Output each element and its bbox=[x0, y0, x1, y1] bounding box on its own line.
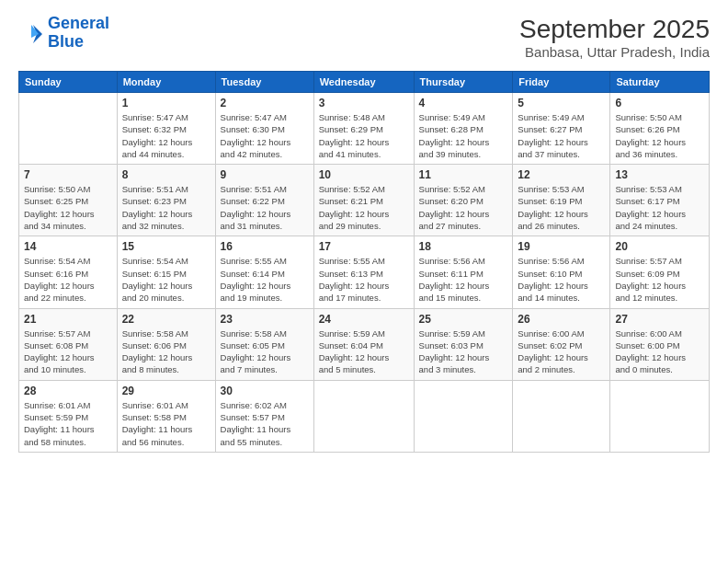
calendar-cell bbox=[610, 380, 710, 452]
calendar-cell: 22Sunrise: 5:58 AM Sunset: 6:06 PM Dayli… bbox=[117, 308, 215, 380]
day-number: 30 bbox=[221, 385, 309, 397]
day-info: Sunrise: 5:54 AM Sunset: 6:16 PM Dayligh… bbox=[24, 255, 112, 304]
week-row-2: 7Sunrise: 5:50 AM Sunset: 6:25 PM Daylig… bbox=[19, 165, 710, 236]
day-info: Sunrise: 5:59 AM Sunset: 6:04 PM Dayligh… bbox=[319, 327, 409, 376]
calendar-cell: 8Sunrise: 5:51 AM Sunset: 6:23 PM Daylig… bbox=[117, 165, 215, 236]
day-number: 2 bbox=[221, 97, 309, 109]
day-number: 17 bbox=[319, 240, 409, 253]
day-number: 26 bbox=[518, 313, 605, 326]
day-info: Sunrise: 5:55 AM Sunset: 6:14 PM Dayligh… bbox=[221, 255, 309, 304]
day-number: 21 bbox=[24, 313, 112, 326]
logo-text: General Blue bbox=[48, 15, 109, 52]
day-number: 19 bbox=[518, 240, 605, 253]
calendar-cell bbox=[19, 93, 118, 165]
day-number: 29 bbox=[122, 385, 210, 397]
day-number: 7 bbox=[24, 168, 112, 181]
day-info: Sunrise: 5:49 AM Sunset: 6:27 PM Dayligh… bbox=[518, 111, 605, 160]
calendar-subtitle: Banbasa, Uttar Pradesh, India bbox=[519, 44, 710, 60]
calendar-cell: 18Sunrise: 5:56 AM Sunset: 6:11 PM Dayli… bbox=[414, 236, 513, 308]
weekday-header-row: SundayMondayTuesdayWednesdayThursdayFrid… bbox=[19, 72, 710, 93]
day-number: 28 bbox=[24, 385, 112, 397]
day-number: 9 bbox=[221, 168, 309, 181]
day-info: Sunrise: 5:58 AM Sunset: 6:05 PM Dayligh… bbox=[221, 327, 309, 376]
day-info: Sunrise: 5:57 AM Sunset: 6:09 PM Dayligh… bbox=[615, 255, 704, 304]
calendar-cell: 23Sunrise: 5:58 AM Sunset: 6:05 PM Dayli… bbox=[215, 308, 313, 380]
day-info: Sunrise: 5:57 AM Sunset: 6:08 PM Dayligh… bbox=[24, 327, 112, 376]
day-info: Sunrise: 5:47 AM Sunset: 6:32 PM Dayligh… bbox=[122, 111, 210, 160]
weekday-saturday: Saturday bbox=[610, 72, 710, 93]
calendar-cell: 6Sunrise: 5:50 AM Sunset: 6:26 PM Daylig… bbox=[610, 93, 710, 165]
day-number: 1 bbox=[122, 97, 210, 109]
weekday-thursday: Thursday bbox=[414, 72, 513, 93]
day-number: 10 bbox=[319, 168, 409, 181]
calendar-cell bbox=[513, 380, 610, 452]
calendar-cell: 25Sunrise: 5:59 AM Sunset: 6:03 PM Dayli… bbox=[414, 308, 513, 380]
day-info: Sunrise: 5:53 AM Sunset: 6:19 PM Dayligh… bbox=[518, 183, 605, 232]
calendar-cell bbox=[313, 380, 414, 452]
day-number: 16 bbox=[221, 240, 309, 253]
week-row-4: 21Sunrise: 5:57 AM Sunset: 6:08 PM Dayli… bbox=[19, 308, 710, 380]
week-row-3: 14Sunrise: 5:54 AM Sunset: 6:16 PM Dayli… bbox=[19, 236, 710, 308]
day-info: Sunrise: 6:02 AM Sunset: 5:57 PM Dayligh… bbox=[221, 399, 309, 448]
calendar-cell: 9Sunrise: 5:51 AM Sunset: 6:22 PM Daylig… bbox=[215, 165, 313, 236]
weekday-sunday: Sunday bbox=[19, 72, 118, 93]
week-row-1: 1Sunrise: 5:47 AM Sunset: 6:32 PM Daylig… bbox=[19, 93, 710, 165]
calendar-cell: 5Sunrise: 5:49 AM Sunset: 6:27 PM Daylig… bbox=[513, 93, 610, 165]
calendar-cell: 27Sunrise: 6:00 AM Sunset: 6:00 PM Dayli… bbox=[610, 308, 710, 380]
day-info: Sunrise: 6:00 AM Sunset: 6:02 PM Dayligh… bbox=[518, 327, 605, 376]
day-info: Sunrise: 5:47 AM Sunset: 6:30 PM Dayligh… bbox=[221, 111, 309, 160]
calendar-title: September 2025 bbox=[519, 15, 710, 44]
calendar-cell: 3Sunrise: 5:48 AM Sunset: 6:29 PM Daylig… bbox=[313, 93, 414, 165]
calendar-cell: 26Sunrise: 6:00 AM Sunset: 6:02 PM Dayli… bbox=[513, 308, 610, 380]
week-row-5: 28Sunrise: 6:01 AM Sunset: 5:59 PM Dayli… bbox=[19, 380, 710, 452]
page: General Blue September 2025 Banbasa, Utt… bbox=[0, 0, 728, 563]
logo: General Blue bbox=[18, 15, 109, 52]
day-info: Sunrise: 5:49 AM Sunset: 6:28 PM Dayligh… bbox=[419, 111, 508, 160]
day-info: Sunrise: 5:55 AM Sunset: 6:13 PM Dayligh… bbox=[319, 255, 409, 304]
day-info: Sunrise: 5:50 AM Sunset: 6:26 PM Dayligh… bbox=[615, 111, 704, 160]
calendar-cell: 21Sunrise: 5:57 AM Sunset: 6:08 PM Dayli… bbox=[19, 308, 118, 380]
day-number: 8 bbox=[122, 168, 210, 181]
calendar-cell: 30Sunrise: 6:02 AM Sunset: 5:57 PM Dayli… bbox=[215, 380, 313, 452]
calendar-cell: 11Sunrise: 5:52 AM Sunset: 6:20 PM Dayli… bbox=[414, 165, 513, 236]
day-info: Sunrise: 5:48 AM Sunset: 6:29 PM Dayligh… bbox=[319, 111, 409, 160]
calendar-cell: 2Sunrise: 5:47 AM Sunset: 6:30 PM Daylig… bbox=[215, 93, 313, 165]
calendar-cell: 10Sunrise: 5:52 AM Sunset: 6:21 PM Dayli… bbox=[313, 165, 414, 236]
calendar-cell: 29Sunrise: 6:01 AM Sunset: 5:58 PM Dayli… bbox=[117, 380, 215, 452]
weekday-friday: Friday bbox=[513, 72, 610, 93]
day-info: Sunrise: 6:01 AM Sunset: 5:58 PM Dayligh… bbox=[122, 399, 210, 448]
day-number: 13 bbox=[615, 168, 704, 181]
weekday-wednesday: Wednesday bbox=[313, 72, 414, 93]
day-info: Sunrise: 5:51 AM Sunset: 6:22 PM Dayligh… bbox=[221, 183, 309, 232]
calendar-cell: 28Sunrise: 6:01 AM Sunset: 5:59 PM Dayli… bbox=[19, 380, 118, 452]
day-number: 4 bbox=[419, 97, 508, 109]
day-info: Sunrise: 5:56 AM Sunset: 6:10 PM Dayligh… bbox=[518, 255, 605, 304]
calendar-cell: 24Sunrise: 5:59 AM Sunset: 6:04 PM Dayli… bbox=[313, 308, 414, 380]
calendar-cell: 17Sunrise: 5:55 AM Sunset: 6:13 PM Dayli… bbox=[313, 236, 414, 308]
day-number: 5 bbox=[518, 97, 605, 109]
day-info: Sunrise: 5:56 AM Sunset: 6:11 PM Dayligh… bbox=[419, 255, 508, 304]
day-number: 15 bbox=[122, 240, 210, 253]
day-number: 20 bbox=[615, 240, 704, 253]
header: General Blue September 2025 Banbasa, Utt… bbox=[18, 15, 710, 60]
logo-icon bbox=[18, 21, 44, 47]
day-info: Sunrise: 6:00 AM Sunset: 6:00 PM Dayligh… bbox=[615, 327, 704, 376]
calendar-cell: 12Sunrise: 5:53 AM Sunset: 6:19 PM Dayli… bbox=[513, 165, 610, 236]
calendar-cell: 16Sunrise: 5:55 AM Sunset: 6:14 PM Dayli… bbox=[215, 236, 313, 308]
day-info: Sunrise: 5:53 AM Sunset: 6:17 PM Dayligh… bbox=[615, 183, 704, 232]
day-info: Sunrise: 5:54 AM Sunset: 6:15 PM Dayligh… bbox=[122, 255, 210, 304]
day-info: Sunrise: 5:59 AM Sunset: 6:03 PM Dayligh… bbox=[419, 327, 508, 376]
day-info: Sunrise: 5:52 AM Sunset: 6:20 PM Dayligh… bbox=[419, 183, 508, 232]
day-number: 18 bbox=[419, 240, 508, 253]
calendar-cell: 14Sunrise: 5:54 AM Sunset: 6:16 PM Dayli… bbox=[19, 236, 118, 308]
calendar-cell: 19Sunrise: 5:56 AM Sunset: 6:10 PM Dayli… bbox=[513, 236, 610, 308]
calendar-cell: 7Sunrise: 5:50 AM Sunset: 6:25 PM Daylig… bbox=[19, 165, 118, 236]
day-number: 27 bbox=[615, 313, 704, 326]
day-number: 22 bbox=[122, 313, 210, 326]
day-number: 25 bbox=[419, 313, 508, 326]
day-number: 12 bbox=[518, 168, 605, 181]
day-info: Sunrise: 5:58 AM Sunset: 6:06 PM Dayligh… bbox=[122, 327, 210, 376]
calendar-cell: 1Sunrise: 5:47 AM Sunset: 6:32 PM Daylig… bbox=[117, 93, 215, 165]
day-info: Sunrise: 5:50 AM Sunset: 6:25 PM Dayligh… bbox=[24, 183, 112, 232]
day-info: Sunrise: 5:52 AM Sunset: 6:21 PM Dayligh… bbox=[319, 183, 409, 232]
